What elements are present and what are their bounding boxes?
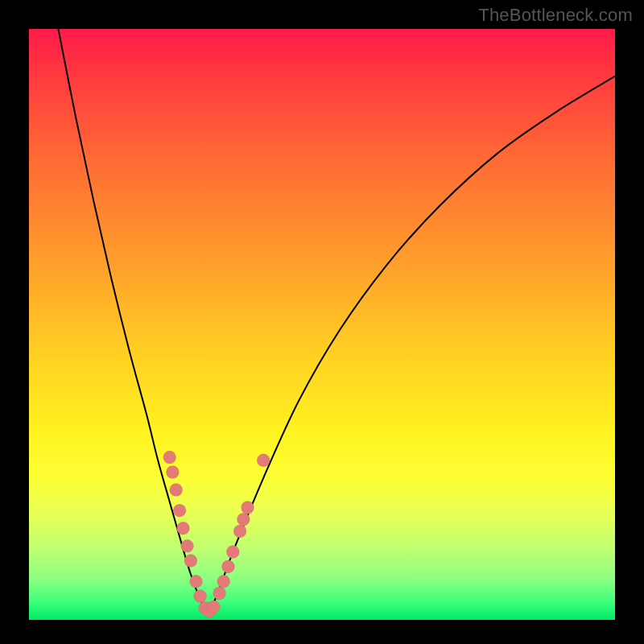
data-marker <box>233 525 246 538</box>
data-marker <box>163 451 176 464</box>
data-marker <box>173 504 186 517</box>
plot-area <box>29 29 615 620</box>
data-marker <box>222 560 235 573</box>
data-marker <box>177 522 190 535</box>
data-marker <box>242 502 254 514</box>
chart-frame: TheBottleneck.com <box>0 0 644 644</box>
data-marker <box>217 575 230 588</box>
data-marker <box>181 539 194 552</box>
data-marker <box>237 513 250 526</box>
data-marker <box>207 601 220 613</box>
data-marker <box>166 466 179 479</box>
chart-svg <box>29 29 615 620</box>
data-marker <box>194 590 207 603</box>
curve-right-branch <box>208 76 615 614</box>
data-marker <box>213 587 226 600</box>
data-marker <box>226 546 239 559</box>
data-marker <box>184 555 197 568</box>
data-marker <box>190 575 203 588</box>
curve-group <box>58 29 615 614</box>
attribution-text: TheBottleneck.com <box>478 5 633 26</box>
data-marker <box>257 454 270 467</box>
data-marker <box>170 484 183 497</box>
